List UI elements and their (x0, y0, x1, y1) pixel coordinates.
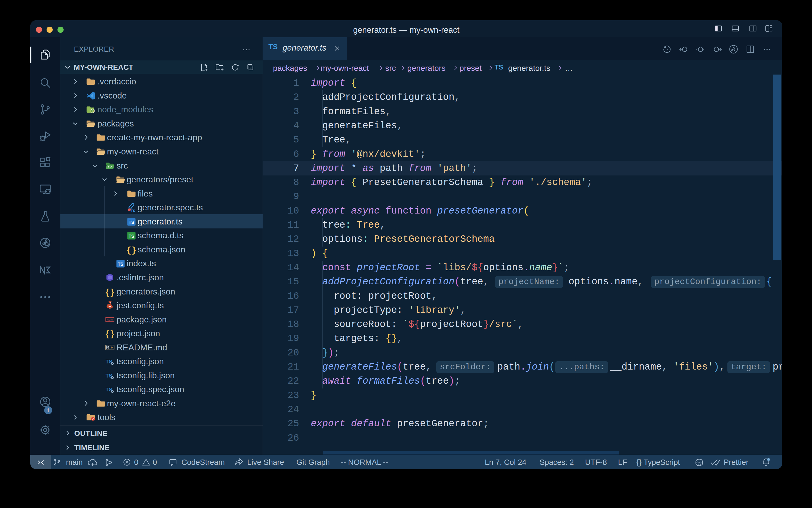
svg-text:{}: {} (105, 288, 115, 296)
svg-text:TS: TS (129, 234, 134, 239)
svg-text:{}: {} (105, 330, 115, 338)
svg-text:TS: TS (131, 209, 135, 212)
svg-text:TS: TS (129, 220, 134, 225)
svg-text:npm: npm (106, 318, 113, 322)
svg-text:js: js (92, 110, 94, 112)
svg-text:{}: {} (126, 246, 136, 255)
svg-text:TS: TS (117, 262, 123, 267)
